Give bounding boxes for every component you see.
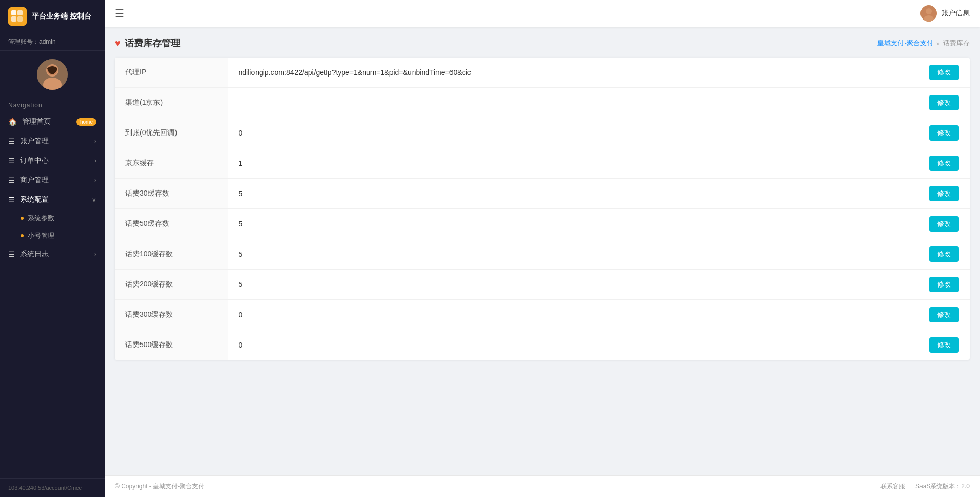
row-value-7: 5 [228, 270, 918, 300]
row-label-2: 到账(0优先回调) [115, 118, 228, 148]
table-row: 话费30缓存数 5 修改 [115, 179, 970, 209]
syslog-icon: ☰ [8, 250, 15, 258]
row-value-6: 5 [228, 239, 918, 270]
row-label-1: 渠道(1京东) [115, 88, 228, 118]
chevron-right-icon-2: › [94, 157, 96, 164]
sidebar-item-home-label: 管理首页 [22, 117, 51, 126]
sidebar-item-miniaccount-label: 小号管理 [28, 231, 54, 240]
breadcrumb-nav: 皇城支付-聚合支付 » 话费库存 [877, 39, 970, 48]
footer-copyright: © Copyright - 皇城支付-聚合支付 [115, 482, 204, 491]
chevron-right-icon-3: › [94, 177, 96, 184]
sidebar-item-account-label: 账户管理 [20, 137, 49, 146]
sidebar-item-home[interactable]: 🏠 管理首页 home [0, 112, 105, 131]
sidebar-footer-url: 103.40.240.53/account/Cmcc [0, 478, 105, 497]
svg-rect-0 [11, 10, 16, 15]
topbar-avatar [920, 5, 937, 22]
sidebar-item-account[interactable]: ☰ 账户管理 › [0, 131, 105, 151]
table-row: 到账(0优先回调) 0 修改 [115, 118, 970, 148]
row-action-0: 修改 [918, 58, 970, 88]
page-title-area: ♥ 话费库存管理 [115, 37, 180, 49]
content-area: ♥ 话费库存管理 皇城支付-聚合支付 » 话费库存 代理IP ndiliongi… [105, 27, 980, 475]
row-label-4: 话费30缓存数 [115, 179, 228, 209]
menu-toggle-button[interactable]: ☰ [115, 7, 124, 20]
svg-point-9 [926, 8, 932, 14]
topbar-account-label[interactable]: 账户信息 [941, 9, 970, 18]
breadcrumb: ♥ 话费库存管理 皇城支付-聚合支付 » 话费库存 [115, 37, 970, 49]
row-action-7: 修改 [918, 270, 970, 300]
sidebar-item-merchant[interactable]: ☰ 商户管理 › [0, 170, 105, 190]
table-row: 话费500缓存数 0 修改 [115, 330, 970, 360]
config-card: 代理IP ndiliongip.com:8422/api/getIp?type=… [115, 58, 970, 360]
row-value-5: 5 [228, 209, 918, 239]
sidebar-item-merchant-label: 商户管理 [20, 176, 49, 185]
chevron-right-icon: › [94, 138, 96, 145]
topbar: ☰ 账户信息 [105, 0, 980, 27]
modify-button-6[interactable]: 修改 [929, 246, 959, 262]
sidebar: 平台业务端 控制台 管理账号：admin Navigation 🏠 管理首页 h… [0, 0, 105, 497]
footer-support[interactable]: 联系客服 [880, 482, 905, 491]
sidebar-item-sysconfig[interactable]: ☰ 系统配置 ∨ [0, 190, 105, 209]
table-row: 代理IP ndiliongip.com:8422/api/getIp?type=… [115, 58, 970, 88]
modify-button-8[interactable]: 修改 [929, 307, 959, 322]
sidebar-item-sysparams[interactable]: 系统参数 [0, 209, 105, 227]
modify-button-3[interactable]: 修改 [929, 156, 959, 171]
row-value-2: 0 [228, 118, 918, 148]
sidebar-item-sysconfig-label: 系统配置 [20, 195, 49, 204]
row-value-3: 1 [228, 148, 918, 179]
avatar [37, 59, 68, 90]
topbar-left: ☰ [115, 7, 124, 20]
row-label-8: 话费300缓存数 [115, 300, 228, 330]
logo-icon [8, 7, 27, 26]
modify-button-9[interactable]: 修改 [929, 337, 959, 353]
orders-icon: ☰ [8, 157, 15, 165]
row-action-5: 修改 [918, 209, 970, 239]
modify-button-5[interactable]: 修改 [929, 216, 959, 232]
row-value-0: ndiliongip.com:8422/api/getIp?type=1&num… [228, 58, 918, 88]
row-action-4: 修改 [918, 179, 970, 209]
row-value-4: 5 [228, 179, 918, 209]
svg-rect-1 [17, 10, 23, 15]
page-title: 话费库存管理 [125, 37, 180, 49]
modify-button-4[interactable]: 修改 [929, 186, 959, 201]
footer-right: 联系客服 SaaS系统版本：2.0 [880, 482, 970, 491]
row-action-3: 修改 [918, 148, 970, 179]
footer-version: SaaS系统版本：2.0 [915, 482, 970, 491]
row-value-1 [228, 88, 918, 118]
row-value-9: 0 [228, 330, 918, 360]
breadcrumb-separator: » [936, 40, 940, 47]
sidebar-item-syslog[interactable]: ☰ 系统日志 › [0, 244, 105, 264]
chevron-right-icon-4: › [94, 251, 96, 258]
sidebar-title: 平台业务端 控制台 [32, 12, 91, 21]
row-label-6: 话费100缓存数 [115, 239, 228, 270]
sidebar-item-orders[interactable]: ☰ 订单中心 › [0, 151, 105, 170]
table-row: 话费200缓存数 5 修改 [115, 270, 970, 300]
row-label-3: 京东缓存 [115, 148, 228, 179]
table-row: 话费300缓存数 0 修改 [115, 300, 970, 330]
sidebar-avatar-area [0, 51, 105, 95]
account-icon: ☰ [8, 137, 15, 145]
modify-button-7[interactable]: 修改 [929, 277, 959, 292]
sidebar-admin-label: 管理账号：admin [0, 33, 105, 51]
sidebar-item-orders-label: 订单中心 [20, 156, 49, 165]
svg-rect-3 [17, 16, 23, 22]
chevron-down-icon: ∨ [92, 196, 96, 203]
breadcrumb-link-home[interactable]: 皇城支付-聚合支付 [877, 39, 933, 48]
row-action-8: 修改 [918, 300, 970, 330]
sidebar-item-miniaccount[interactable]: 小号管理 [0, 227, 105, 244]
topbar-right: 账户信息 [920, 5, 970, 22]
modify-button-0[interactable]: 修改 [929, 65, 959, 80]
svg-rect-2 [11, 16, 16, 22]
footer: © Copyright - 皇城支付-聚合支付 联系客服 SaaS系统版本：2.… [105, 475, 980, 497]
modify-button-2[interactable]: 修改 [929, 125, 959, 141]
row-label-0: 代理IP [115, 58, 228, 88]
main-area: ☰ 账户信息 ♥ 话费库存管理 皇城支付-聚合支付 » 话费库存 [105, 0, 980, 497]
nav-section-label: Navigation [0, 95, 105, 112]
row-action-1: 修改 [918, 88, 970, 118]
sidebar-item-syslog-label: 系统日志 [20, 250, 49, 259]
sidebar-header: 平台业务端 控制台 [0, 0, 105, 33]
dot-icon [21, 217, 24, 220]
modify-button-1[interactable]: 修改 [929, 95, 959, 110]
home-icon: 🏠 [8, 118, 17, 126]
table-row: 话费50缓存数 5 修改 [115, 209, 970, 239]
breadcrumb-current: 话费库存 [943, 39, 970, 48]
